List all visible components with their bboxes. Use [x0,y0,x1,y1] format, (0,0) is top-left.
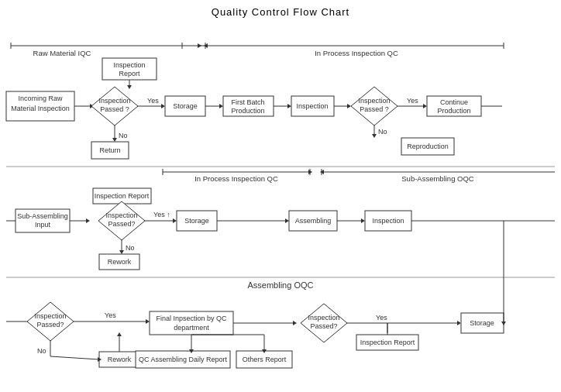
svg-marker-110 [146,319,150,324]
svg-text:Return: Return [99,146,120,154]
svg-marker-85 [173,218,177,223]
svg-text:Assembling: Assembling [295,217,332,225]
svg-marker-99 [119,250,124,254]
svg-marker-57 [112,138,117,142]
svg-text:Passed?: Passed? [36,321,64,328]
svg-text:Inspection: Inspection [113,61,145,69]
svg-text:QC Assembling Daily Report: QC Assembling Daily Report [139,356,228,363]
svg-text:Inspection Report: Inspection Report [95,192,150,200]
svg-text:Passed?: Passed? [310,322,337,330]
svg-text:Inspection: Inspection [105,211,137,219]
svg-text:Assembling OQC: Assembling OQC [248,280,314,290]
svg-text:Passed ?: Passed ? [360,105,389,113]
svg-text:Final Inpsection by QC: Final Inpsection by QC [156,315,227,322]
svg-text:Reproduction: Reproduction [407,143,449,150]
svg-text:Others Report: Others Report [243,356,287,363]
flow-chart-svg: Raw Material IQC In Process Inspection Q… [0,0,561,392]
svg-text:No: No [37,347,46,355]
svg-marker-116 [293,321,297,325]
chart-container: Quality Control Flow Chart Raw Material … [0,0,561,392]
svg-text:Input: Input [35,221,51,229]
svg-text:Passed ?: Passed ? [100,105,129,113]
svg-line-135 [50,356,99,359]
svg-text:Inspection: Inspection [296,102,328,110]
svg-text:No: No [119,132,128,139]
svg-text:Raw Material IQC: Raw Material IQC [33,49,91,57]
svg-text:Storage: Storage [470,319,494,327]
svg-text:Inspection Report: Inspection Report [360,339,415,346]
svg-text:Storage: Storage [173,102,198,110]
svg-text:Continue: Continue [440,98,468,106]
svg-marker-134 [117,332,122,336]
svg-marker-94 [361,218,365,223]
svg-text:Storage: Storage [184,217,209,225]
svg-text:Yes: Yes [105,311,116,319]
svg-text:In Process Inspection QC: In Process Inspection QC [194,174,278,183]
svg-text:Sub-Assembling: Sub-Assembling [17,212,68,220]
svg-marker-76 [86,218,90,223]
svg-text:Inspection: Inspection [372,217,404,225]
svg-text:Yes: Yes [407,97,418,105]
svg-text:Inspection: Inspection [34,312,66,320]
svg-text:Yes: Yes [376,314,387,322]
svg-text:Rework: Rework [108,258,132,266]
svg-text:Passed?: Passed? [108,220,135,228]
svg-marker-26 [161,104,165,108]
svg-marker-52 [372,134,377,138]
svg-text:In Process Inspection QC: In Process Inspection QC [315,49,398,57]
svg-marker-45 [423,104,427,108]
svg-text:Yes: Yes [147,97,159,105]
svg-text:Sub-Assembling OQC: Sub-Assembling OQC [401,174,474,183]
svg-text:Inspection: Inspection [358,97,390,105]
svg-text:First Batch: First Batch [231,98,264,106]
svg-text:No: No [378,128,387,136]
svg-marker-24 [127,85,132,89]
svg-marker-121 [457,321,461,325]
svg-text:Material Inspection: Material Inspection [11,105,70,112]
svg-text:Yes ↑: Yes ↑ [153,211,170,218]
svg-text:Production: Production [437,107,470,115]
svg-text:No: No [126,244,135,252]
svg-text:Inspection: Inspection [98,97,130,105]
svg-text:Report: Report [119,70,140,77]
svg-text:Inspection: Inspection [308,314,339,322]
svg-text:Rework: Rework [108,356,132,363]
svg-text:Incoming Raw: Incoming Raw [18,95,63,102]
svg-marker-36 [287,104,291,108]
svg-text:department: department [174,324,209,332]
svg-marker-31 [219,104,223,108]
svg-text:Production: Production [231,107,264,115]
svg-marker-90 [285,218,289,223]
